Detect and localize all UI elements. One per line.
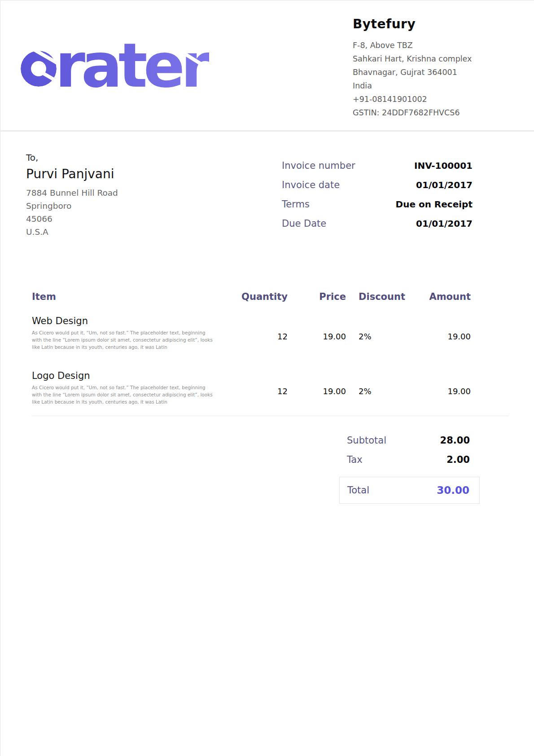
logo-wordmark-text: rater bbox=[55, 37, 209, 89]
col-header-quantity: Quantity bbox=[236, 291, 288, 302]
company-info: Bytefury F-8, Above TBZ Sahkari Hart, Kr… bbox=[353, 17, 492, 119]
item-description-line: with the line “Lorem ipsum dolor sit ame… bbox=[32, 391, 235, 398]
table-row: Web Design As Cicero would put it, “Um, … bbox=[32, 316, 471, 351]
tax-row: Tax 2.00 bbox=[339, 454, 480, 465]
item-description-line: As Cicero would put it, “Um, not so fast… bbox=[32, 384, 235, 391]
company-address-line: India bbox=[353, 79, 492, 92]
terms-value: Due on Receipt bbox=[396, 199, 473, 210]
bill-to-address: 7884 Bunnel Hill Road Springboro 45066 U… bbox=[26, 186, 118, 238]
item-cell: Web Design As Cicero would put it, “Um, … bbox=[32, 316, 236, 351]
table-bottom-divider bbox=[32, 416, 508, 416]
subtotal-value: 28.00 bbox=[440, 435, 470, 446]
bill-to-name: Purvi Panjvani bbox=[26, 167, 114, 181]
bill-to-address-line: U.S.A bbox=[26, 225, 118, 238]
bill-to-address-line: Springboro bbox=[26, 199, 118, 212]
company-address-line: Bhavnagar, Gujrat 364001 bbox=[353, 66, 492, 79]
crater-logo-svg: rater bbox=[21, 37, 209, 89]
due-date-label: Due Date bbox=[282, 218, 326, 229]
subtotal-row: Subtotal 28.00 bbox=[339, 435, 480, 446]
invoice-date-value: 01/01/2017 bbox=[416, 180, 473, 190]
col-header-price: Price bbox=[288, 291, 346, 302]
col-header-amount: Amount bbox=[407, 291, 471, 302]
table-header-row: Item Quantity Price Discount Amount bbox=[32, 291, 471, 302]
invoice-header: rater Bytefury F-8, Above TBZ Sahkari Ha… bbox=[0, 0, 534, 132]
company-address-line: F-8, Above TBZ bbox=[353, 39, 492, 52]
item-description-line: like Latin because in its youth, centuri… bbox=[32, 398, 235, 405]
meta-row-terms: Terms Due on Receipt bbox=[282, 199, 473, 210]
company-name: Bytefury bbox=[353, 17, 492, 31]
subtotal-label: Subtotal bbox=[347, 435, 386, 446]
item-price: 19.00 bbox=[288, 316, 346, 351]
item-cell: Logo Design As Cicero would put it, “Um,… bbox=[32, 370, 236, 405]
logo-c-glyph bbox=[21, 51, 57, 87]
item-price: 19.00 bbox=[288, 370, 346, 405]
due-date-value: 01/01/2017 bbox=[416, 218, 473, 229]
meta-row-due-date: Due Date 01/01/2017 bbox=[282, 218, 473, 229]
crater-logo: rater bbox=[21, 37, 209, 91]
item-quantity: 12 bbox=[236, 370, 288, 405]
company-phone: +91-08141901002 bbox=[353, 92, 492, 106]
bill-to-address-line: 45066 bbox=[26, 212, 118, 225]
item-description-line: like Latin because in its youth, centuri… bbox=[32, 343, 235, 351]
item-description: As Cicero would put it, “Um, not so fast… bbox=[32, 384, 235, 405]
total-box: Total 30.00 bbox=[339, 477, 480, 504]
item-name: Web Design bbox=[32, 316, 236, 326]
totals-section: Subtotal 28.00 Tax 2.00 Total 30.00 bbox=[339, 435, 480, 504]
bill-to-label: To, bbox=[26, 152, 38, 163]
company-address-line: Sahkari Hart, Krishna complex bbox=[353, 52, 492, 66]
item-amount: 19.00 bbox=[407, 316, 471, 351]
tax-value: 2.00 bbox=[446, 454, 470, 465]
col-header-discount: Discount bbox=[346, 291, 407, 302]
invoice-meta: Invoice number INV-100001 Invoice date 0… bbox=[282, 160, 473, 237]
item-description-line: with the line “Lorem ipsum dolor sit ame… bbox=[32, 336, 235, 343]
invoice-date-label: Invoice date bbox=[282, 180, 340, 190]
total-label: Total bbox=[347, 485, 369, 496]
invoice-number-value: INV-100001 bbox=[414, 160, 473, 171]
invoice-number-label: Invoice number bbox=[282, 160, 355, 171]
company-gstin: GSTIN: 24DDF7682FHVCS6 bbox=[353, 106, 492, 119]
table-row: Logo Design As Cicero would put it, “Um,… bbox=[32, 370, 471, 405]
item-discount: 2% bbox=[346, 316, 407, 351]
meta-row-invoice-date: Invoice date 01/01/2017 bbox=[282, 180, 473, 190]
item-discount: 2% bbox=[346, 370, 407, 405]
item-quantity: 12 bbox=[236, 316, 288, 351]
tax-label: Tax bbox=[347, 454, 363, 465]
col-header-item: Item bbox=[32, 291, 236, 302]
item-name: Logo Design bbox=[32, 370, 236, 381]
item-description: As Cicero would put it, “Um, not so fast… bbox=[32, 329, 235, 351]
item-description-line: As Cicero would put it, “Um, not so fast… bbox=[32, 329, 235, 336]
items-table: Item Quantity Price Discount Amount Web … bbox=[32, 291, 471, 405]
total-value: 30.00 bbox=[437, 484, 469, 496]
invoice-page: rater Bytefury F-8, Above TBZ Sahkari Ha… bbox=[0, 0, 534, 756]
terms-label: Terms bbox=[282, 199, 310, 210]
meta-row-invoice-number: Invoice number INV-100001 bbox=[282, 160, 473, 171]
item-amount: 19.00 bbox=[407, 370, 471, 405]
bill-to-address-line: 7884 Bunnel Hill Road bbox=[26, 186, 118, 199]
